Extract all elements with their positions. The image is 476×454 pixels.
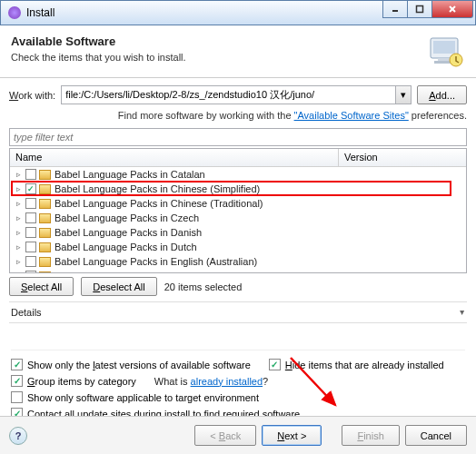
close-button[interactable] [431, 1, 473, 18]
tree-body[interactable]: ▹Babel Language Packs in Catalan▹Babel L… [10, 167, 466, 272]
checkbox-icon [11, 359, 23, 370]
details-section[interactable]: Details ▸ [9, 301, 467, 323]
folder-icon [39, 170, 51, 180]
folder-icon [39, 242, 51, 252]
folder-icon [39, 257, 51, 267]
what-is-installed: What is already installed? [154, 376, 268, 387]
details-twistie-icon: ▸ [458, 311, 468, 315]
expander-icon[interactable]: ▹ [14, 170, 24, 180]
work-with-input[interactable] [62, 86, 395, 104]
checkbox-icon [11, 375, 23, 387]
expander-icon[interactable]: ▹ [14, 213, 24, 223]
tree-row[interactable]: ▹Babel Language Packs in Czech [10, 211, 466, 225]
row-label: Babel Language Packs in Catalan [55, 169, 205, 180]
opt-latest[interactable]: Show only the latest versions of availab… [11, 359, 251, 370]
row-checkbox[interactable] [25, 198, 36, 209]
checkbox-icon [269, 359, 281, 370]
row-checkbox[interactable] [25, 227, 36, 238]
install-icon [427, 33, 465, 71]
expander-icon[interactable]: ▹ [14, 242, 24, 252]
row-checkbox[interactable] [25, 242, 36, 252]
row-label: Babel Language Packs in Dutch [55, 242, 197, 252]
work-with-combo[interactable]: ▾ [61, 85, 412, 104]
available-sites-link[interactable]: "Available Software Sites" [294, 110, 409, 121]
details-body [11, 323, 465, 350]
tree-row[interactable]: ▹Babel Language Packs in Chinese (Simpli… [10, 182, 466, 196]
folder-icon [39, 228, 51, 238]
row-label: Babel Language Packs in English (Canadia… [55, 271, 255, 272]
tree-row[interactable]: ▹Babel Language Packs in Danish [10, 225, 466, 240]
row-label: Babel Language Packs in English (Austral… [55, 256, 257, 267]
folder-icon [39, 271, 51, 273]
finish-button[interactable]: Finish [342, 425, 399, 446]
cancel-button[interactable]: Cancel [405, 425, 467, 446]
maximize-button[interactable] [407, 1, 432, 18]
expander-icon[interactable]: ▹ [14, 199, 24, 209]
column-header-version[interactable]: Version [339, 149, 466, 166]
row-checkbox[interactable] [25, 271, 36, 272]
folder-icon [39, 199, 51, 209]
checkbox-icon [11, 391, 23, 403]
software-tree: Name Version ▹Babel Language Packs in Ca… [9, 148, 467, 273]
svg-rect-1 [417, 6, 423, 13]
column-header-name[interactable]: Name [10, 149, 339, 166]
back-button[interactable]: < Back [194, 425, 256, 446]
row-label: Babel Language Packs in Chinese (Simplif… [55, 183, 260, 194]
add-button[interactable]: Add... [417, 85, 467, 104]
svg-rect-5 [433, 41, 455, 54]
page-title: Available Software [11, 35, 465, 48]
row-checkbox[interactable] [25, 169, 36, 180]
deselect-all-button[interactable]: Deselect All [81, 277, 156, 296]
svg-rect-6 [438, 58, 451, 61]
row-label: Babel Language Packs in Chinese (Traditi… [55, 198, 263, 209]
row-checkbox[interactable] [25, 183, 36, 194]
opt-group[interactable]: Group items by category [11, 375, 136, 387]
row-label: Babel Language Packs in Danish [55, 227, 202, 238]
row-label: Babel Language Packs in Czech [55, 212, 199, 223]
help-button[interactable]: ? [9, 427, 27, 445]
minimize-button[interactable] [382, 1, 408, 18]
app-icon [8, 6, 21, 19]
tree-row[interactable]: ▹Babel Language Packs in English (Austra… [10, 254, 466, 269]
titlebar: Install [0, 0, 476, 25]
tree-row[interactable]: ▹Babel Language Packs in Dutch [10, 240, 466, 254]
opt-applicable[interactable]: Show only software applicable to target … [11, 391, 259, 403]
tree-row[interactable]: ▹Babel Language Packs in Chinese (Tradit… [10, 196, 466, 211]
next-button[interactable]: Next > [262, 425, 322, 446]
wizard-buttons: ? < Back Next > Finish Cancel [0, 416, 476, 454]
expander-icon[interactable]: ▹ [14, 228, 24, 238]
window-title: Install [26, 6, 383, 19]
already-installed-link[interactable]: already installed [191, 376, 263, 387]
row-checkbox[interactable] [25, 256, 36, 267]
folder-icon [39, 213, 51, 223]
row-checkbox[interactable] [25, 212, 36, 223]
tree-row[interactable]: ▹Babel Language Packs in English (Canadi… [10, 269, 466, 272]
expander-icon[interactable]: ▹ [14, 257, 24, 267]
filter-input[interactable] [9, 128, 467, 146]
selection-count: 20 items selected [164, 281, 243, 292]
opt-hide-installed[interactable]: Hide items that are already installed [269, 359, 444, 370]
work-with-label: Work with: [9, 90, 55, 101]
tree-row[interactable]: ▹Babel Language Packs in Catalan [10, 167, 466, 182]
expander-icon[interactable]: ▹ [14, 184, 24, 194]
expander-icon[interactable]: ▹ [14, 271, 24, 273]
select-all-button[interactable]: Select All [9, 277, 74, 296]
page-subtitle: Check the items that you wish to install… [11, 52, 465, 63]
find-more-text: Find more software by working with the "… [9, 110, 467, 121]
combo-dropdown-button[interactable]: ▾ [395, 86, 411, 104]
wizard-header: Available Software Check the items that … [0, 25, 476, 78]
folder-icon [39, 184, 51, 194]
